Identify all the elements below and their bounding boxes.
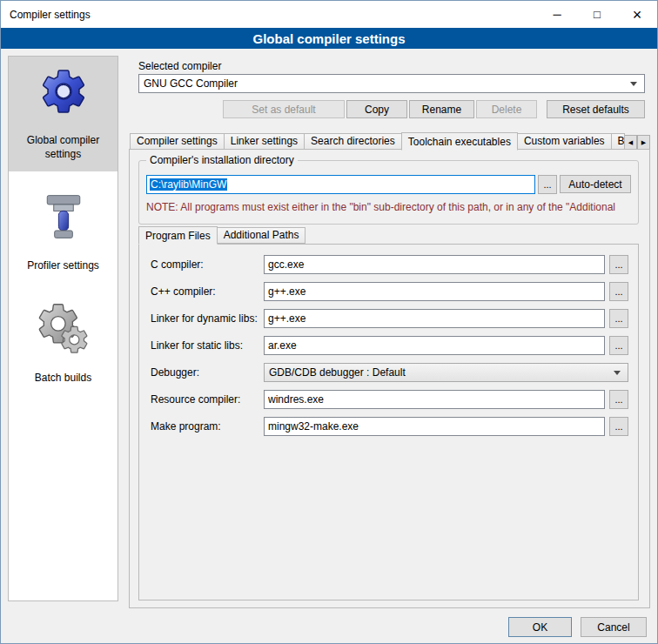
cpp-compiler-label: C++ compiler: [151, 285, 264, 298]
reset-defaults-button[interactable]: Reset defaults [547, 100, 645, 118]
dynamic-linker-label: Linker for dynamic libs: [151, 312, 264, 325]
installation-directory-title: Compiler's installation directory [146, 154, 298, 166]
maximize-button[interactable]: □ [577, 1, 617, 28]
compiler-settings-dialog: Compiler settings ─ □ × Global compiler … [0, 0, 658, 644]
dynamic-linker-input[interactable] [264, 309, 605, 328]
installation-directory-row: C:\raylib\MinGW ... Auto-detect [146, 175, 631, 194]
browse-directory-button[interactable]: ... [538, 175, 557, 194]
cancel-button[interactable]: Cancel [581, 617, 647, 637]
dynamic-linker-browse-button[interactable]: ... [609, 309, 628, 328]
copy-button[interactable]: Copy [346, 100, 407, 118]
gray-gears-icon [37, 303, 90, 355]
selected-compiler-value: GNU GCC Compiler [144, 77, 238, 90]
selected-compiler-label: Selected compiler [138, 60, 221, 72]
tab-additional-paths[interactable]: Additional Paths [217, 227, 306, 244]
resource-compiler-row: Resource compiler: ... [151, 390, 628, 409]
installation-directory-groupbox: Compiler's installation directory C:\ray… [138, 160, 639, 225]
window-title: Compiler settings [1, 9, 91, 21]
toolchain-executables-panel: Compiler's installation directory C:\ray… [129, 149, 650, 608]
resource-compiler-browse-button[interactable]: ... [609, 390, 628, 409]
sidebar-item-profiler-settings[interactable]: Profiler settings [9, 182, 118, 283]
static-linker-label: Linker for static libs: [151, 339, 264, 352]
debugger-dropdown[interactable]: GDB/CDB debugger : Default [264, 363, 628, 382]
installation-directory-value: C:\raylib\MinGW [150, 178, 227, 191]
cpp-compiler-input[interactable] [264, 282, 605, 301]
debugger-value: GDB/CDB debugger : Default [269, 366, 406, 379]
resource-compiler-input[interactable] [264, 390, 605, 409]
debugger-row: Debugger: GDB/CDB debugger : Default [151, 363, 628, 382]
right-arrow-icon: ▶ [641, 139, 646, 145]
tab-compiler-settings[interactable]: Compiler settings [130, 133, 225, 150]
window-controls: ─ □ × [537, 1, 657, 28]
program-files-tab-strip: Program Files Additional Paths [138, 226, 305, 244]
c-compiler-label: C compiler: [151, 258, 264, 271]
page-title: Global compiler settings [1, 28, 657, 49]
minimize-button[interactable]: ─ [537, 1, 577, 28]
static-linker-browse-button[interactable]: ... [609, 336, 628, 355]
title-bar[interactable]: Compiler settings ─ □ × [1, 1, 657, 28]
profiler-tool-icon [37, 191, 90, 243]
sidebar-item-label: Batch builds [35, 371, 91, 385]
close-icon: × [633, 7, 642, 23]
blue-gear-icon [37, 65, 90, 117]
sidebar-item-batch-builds[interactable]: Batch builds [9, 294, 118, 395]
left-arrow-icon: ◀ [628, 139, 633, 145]
make-program-row: Make program: ... [151, 417, 628, 436]
static-linker-input[interactable] [264, 336, 605, 355]
installation-directory-input[interactable]: C:\raylib\MinGW [146, 175, 535, 194]
c-compiler-browse-button[interactable]: ... [609, 255, 628, 274]
sidebar-item-label: Profiler settings [27, 258, 99, 272]
tab-custom-variables[interactable]: Custom variables [517, 133, 612, 150]
minimize-icon: ─ [553, 8, 561, 21]
tab-scroll-right-button[interactable]: ▶ [637, 135, 650, 150]
cpp-compiler-browse-button[interactable]: ... [609, 282, 628, 301]
tab-search-directories[interactable]: Search directories [304, 133, 402, 150]
tab-program-files[interactable]: Program Files [138, 226, 218, 245]
set-as-default-button[interactable]: Set as default [223, 100, 345, 118]
tab-linker-settings[interactable]: Linker settings [224, 133, 305, 150]
settings-tab-strip: Compiler settings Linker settings Search… [130, 131, 650, 150]
main-content: Selected compiler GNU GCC Compiler Set a… [127, 56, 652, 608]
debugger-label: Debugger: [151, 366, 264, 379]
static-linker-row: Linker for static libs: ... [151, 336, 628, 355]
make-program-input[interactable] [264, 417, 605, 436]
maximize-icon: □ [594, 8, 601, 21]
c-compiler-input[interactable] [264, 255, 605, 274]
make-program-browse-button[interactable]: ... [609, 417, 628, 436]
chevron-down-icon [630, 82, 637, 86]
resource-compiler-label: Resource compiler: [151, 393, 264, 406]
delete-button[interactable]: Delete [476, 100, 537, 118]
compiler-action-buttons: Set as default Copy Rename Delete Reset … [138, 100, 645, 118]
dynamic-linker-row: Linker for dynamic libs: ... [151, 309, 628, 328]
sidebar-item-global-compiler-settings[interactable]: Global compiler settings [9, 57, 118, 171]
settings-category-list: Global compiler settings Profiler settin… [8, 56, 118, 601]
selected-compiler-dropdown[interactable]: GNU GCC Compiler [138, 74, 645, 93]
tab-build-clipped[interactable]: Buil [611, 133, 625, 150]
rename-button[interactable]: Rename [409, 100, 474, 118]
make-program-label: Make program: [151, 420, 264, 433]
auto-detect-button[interactable]: Auto-detect [560, 175, 631, 193]
note-text: NOTE: All programs must exist either in … [146, 201, 636, 213]
sidebar-item-label: Global compiler settings [12, 133, 114, 161]
ok-button[interactable]: OK [508, 617, 572, 637]
c-compiler-row: C compiler: ... [151, 255, 628, 274]
program-files-panel: C compiler: ... C++ compiler: ... Linker… [138, 244, 639, 600]
cpp-compiler-row: C++ compiler: ... [151, 282, 628, 301]
tab-toolchain-executables[interactable]: Toolchain executables [401, 132, 518, 151]
close-button[interactable]: × [617, 1, 657, 28]
chevron-down-icon [614, 371, 621, 375]
tab-scroll-left-button[interactable]: ◀ [624, 135, 637, 150]
